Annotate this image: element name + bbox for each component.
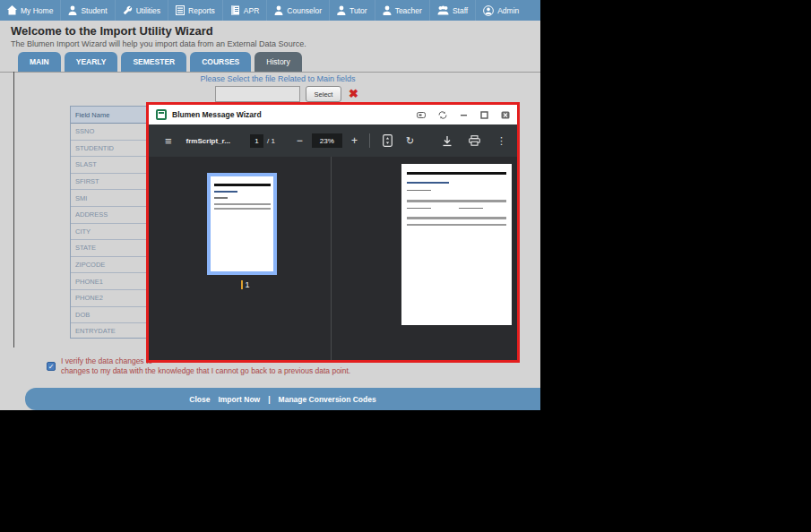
- thumbnail-page-number: 1: [207, 280, 284, 289]
- top-nav: My Home Student Utilities Reports APR Co…: [0, 0, 540, 21]
- nav-label: Utilities: [136, 6, 160, 15]
- thumbnail-panel: 1: [149, 157, 332, 360]
- preview-line: [407, 172, 506, 175]
- table-row: SFIRST: [71, 174, 146, 191]
- pdf-toolbar: ≡ frmScript_r... 1 / 1 − 23% + ↻ ⋮: [149, 124, 517, 157]
- dock-icon[interactable]: [417, 111, 426, 119]
- page-thumbnail[interactable]: [207, 173, 277, 275]
- pdf-content-area: 1: [149, 157, 517, 360]
- preview-line: [459, 208, 483, 210]
- people-icon: [437, 5, 449, 15]
- nav-item-staff[interactable]: Staff: [429, 0, 475, 21]
- table-row: SLAST: [71, 157, 146, 174]
- nav-item-tutor[interactable]: Tutor: [329, 0, 375, 21]
- refresh-icon[interactable]: [438, 111, 447, 119]
- menu-icon[interactable]: ≡: [165, 134, 172, 148]
- table-row: SSNO: [71, 124, 146, 141]
- nav-label: Counselor: [287, 6, 322, 15]
- preview-line: [407, 208, 431, 210]
- table-row: DOB: [71, 307, 146, 324]
- nav-item-admin[interactable]: Admin: [475, 0, 526, 21]
- preview-line: [407, 190, 431, 192]
- preview-line: [214, 208, 271, 210]
- thumbnail-page-number-text: 1: [241, 280, 249, 289]
- zoom-out-button[interactable]: −: [297, 134, 303, 147]
- tab-semester[interactable]: SEMESTER: [121, 52, 186, 72]
- page-count-label: / 1: [267, 137, 275, 145]
- page-title: Welcome to the Import Utility Wizard: [11, 24, 213, 38]
- import-now-button[interactable]: Import Now: [218, 395, 260, 404]
- panel-border-top: [0, 72, 540, 73]
- maximize-icon[interactable]: [480, 111, 488, 119]
- table-row: STATE: [71, 240, 146, 257]
- preview-page: [401, 164, 512, 325]
- nav-label: Staff: [453, 6, 468, 15]
- pdf-doc-title: frmScript_r...: [186, 137, 230, 145]
- footer-action-bar: Close Import Now | Manage Conversion Cod…: [25, 388, 540, 410]
- nav-item-apr[interactable]: APR: [222, 0, 266, 21]
- tab-history[interactable]: History: [255, 52, 301, 72]
- table-row: CITY: [71, 224, 146, 241]
- person-icon: [383, 5, 392, 15]
- nav-item-teacher[interactable]: Teacher: [375, 0, 429, 21]
- student-icon: [68, 5, 77, 15]
- zoom-level-input[interactable]: 23%: [312, 133, 342, 148]
- page-preview-panel[interactable]: [332, 157, 517, 360]
- nav-item-student[interactable]: Student: [60, 0, 114, 21]
- preview-line: [214, 184, 271, 186]
- preview-line: [407, 217, 506, 219]
- footer-separator: |: [268, 395, 270, 404]
- field-table-header: Field Name: [71, 107, 146, 124]
- file-path-input[interactable]: [215, 86, 300, 102]
- fit-to-page-icon[interactable]: [383, 134, 393, 147]
- table-row: PHONE2: [71, 290, 146, 307]
- print-icon[interactable]: [469, 135, 480, 146]
- tab-courses[interactable]: COURSES: [190, 52, 251, 72]
- verify-checkbox[interactable]: ✓: [47, 362, 56, 371]
- wizard-tabs: MAIN YEARLY SEMESTER COURSES History: [18, 52, 302, 72]
- nav-item-reports[interactable]: Reports: [168, 0, 222, 21]
- table-row: ADDRESS: [71, 207, 146, 224]
- page-number-input[interactable]: 1: [250, 134, 263, 148]
- close-icon[interactable]: [501, 111, 510, 119]
- close-button[interactable]: Close: [189, 395, 210, 404]
- dialog-title: Blumen Message Wizard: [172, 110, 417, 119]
- preview-line: [407, 200, 506, 202]
- download-icon[interactable]: [442, 135, 453, 147]
- nav-label: Admin: [497, 6, 519, 15]
- dialog-titlebar[interactable]: Blumen Message Wizard: [149, 105, 517, 124]
- nav-label: Teacher: [395, 6, 422, 15]
- toolbar-divider: [369, 133, 370, 148]
- field-table: Field Name SSNO STUDENTID SLAST SFIRST S…: [70, 106, 147, 339]
- document-icon: [156, 109, 167, 120]
- admin-icon: [483, 5, 494, 16]
- table-row: ENTRYDATE: [71, 323, 146, 339]
- tab-yearly[interactable]: YEARLY: [65, 52, 118, 72]
- minimize-icon[interactable]: [460, 111, 468, 119]
- report-icon: [176, 5, 185, 15]
- zoom-in-button[interactable]: +: [351, 134, 358, 147]
- preview-line: [407, 224, 506, 226]
- nav-label: Student: [81, 6, 107, 15]
- select-file-button[interactable]: Select: [306, 86, 341, 102]
- nav-label: Reports: [188, 6, 215, 15]
- more-options-icon[interactable]: ⋮: [496, 135, 506, 147]
- table-row: STUDENTID: [71, 141, 146, 158]
- window-controls: [417, 111, 510, 119]
- table-row: PHONE1: [71, 273, 146, 290]
- file-select-prompt: Please Select the file Related to Main f…: [0, 74, 556, 83]
- preview-line: [214, 203, 271, 205]
- nav-label: APR: [244, 6, 259, 15]
- home-icon: [7, 5, 17, 15]
- nav-item-counselor[interactable]: Counselor: [266, 0, 329, 21]
- nav-item-utilities[interactable]: Utilities: [115, 0, 168, 21]
- nav-label: My Home: [21, 6, 53, 15]
- preview-line: [214, 191, 238, 193]
- book-icon: [230, 5, 240, 15]
- rotate-icon[interactable]: ↻: [406, 135, 414, 147]
- panel-border-left: [13, 72, 14, 348]
- tab-main[interactable]: MAIN: [18, 52, 61, 72]
- manage-conversion-codes-button[interactable]: Manage Conversion Codes: [279, 395, 376, 404]
- nav-item-my-home[interactable]: My Home: [0, 0, 60, 21]
- clear-file-icon[interactable]: ✖: [349, 86, 358, 102]
